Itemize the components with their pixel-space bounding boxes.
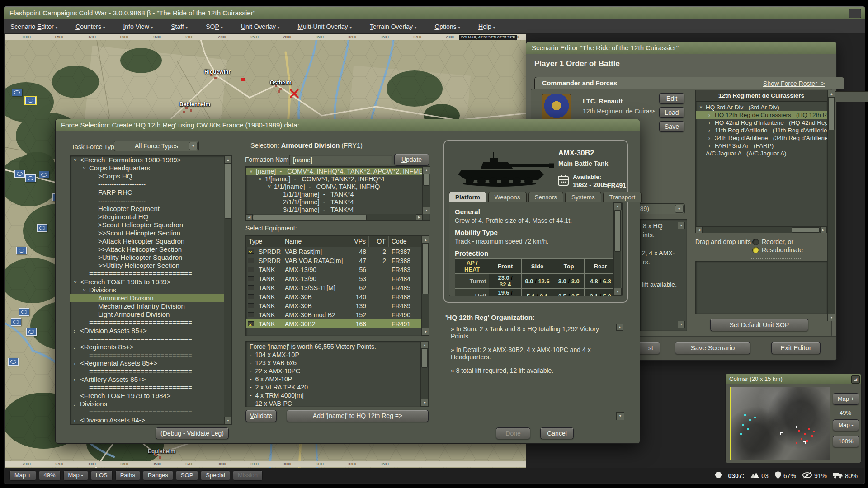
unit-counter[interactable] xyxy=(26,328,37,336)
menu-multi-unit-overlay[interactable]: Multi-Unit Overlay ▾ xyxy=(297,23,352,30)
equipment-row[interactable]: TANKAMX-30B139FR489 xyxy=(246,301,429,310)
equipment-checkbox[interactable] xyxy=(248,249,254,254)
formation-structure-tree[interactable]: ˅[name] - COMV*4, INFHQ*4, TANK*2, APCW*… xyxy=(245,166,430,221)
debug-validate-button[interactable]: (Debug - Validate Leg) xyxy=(156,427,229,439)
unit-counter[interactable] xyxy=(14,170,25,178)
tree-row[interactable]: ========================== xyxy=(70,351,231,359)
equipment-checkbox[interactable] xyxy=(248,258,254,263)
status-button-map-[interactable]: Map + xyxy=(9,470,36,481)
tab-weapons[interactable]: Weapons xyxy=(488,192,527,202)
tree-row[interactable]: --------------------- xyxy=(70,197,231,205)
oob-vscrollbar[interactable]: ▲ ▼ xyxy=(827,90,835,321)
force-tree-hscrollbar[interactable]: ◀ ▶ xyxy=(696,226,827,233)
tree-row[interactable]: >Corps HQ xyxy=(70,172,231,180)
equipment-checkbox[interactable] xyxy=(248,276,254,281)
equipment-table[interactable]: TypeNameVPsOTCodeSPRDRVAB Rasit[m]482FR3… xyxy=(245,235,429,336)
load-commander-button[interactable]: Load xyxy=(659,107,684,118)
expander-closed-icon[interactable]: › xyxy=(708,135,715,142)
equipment-row[interactable]: TANKAMX-13/9053FR484 xyxy=(246,274,429,283)
expander-closed-icon[interactable]: › xyxy=(74,327,80,335)
expander-open-icon[interactable]: ˅ xyxy=(699,104,706,111)
unit-drop-area[interactable] xyxy=(695,261,827,314)
equipment-row[interactable]: SPRDRVAB VOA RATAC[m]472FR388 xyxy=(246,256,429,265)
tree-row[interactable]: ========================== xyxy=(70,384,231,392)
status-button-los[interactable]: LOS xyxy=(91,470,113,481)
status-button-paths[interactable]: Paths xyxy=(115,470,140,481)
tree-row[interactable]: ˅Divisions xyxy=(70,286,231,294)
tree-row[interactable]: Light Armoured Division xyxy=(70,310,231,319)
tree-row[interactable]: A/C Jaguar A (A/C Jaguar A) xyxy=(696,150,827,157)
resubordinate-radio-label[interactable]: Resubordinate xyxy=(762,246,803,253)
equipment-row[interactable]: TANKAMX-30B2166FR491 xyxy=(246,319,429,328)
tree-row[interactable]: Armoured Division xyxy=(70,294,231,302)
tree-row[interactable]: ˅Corps Headquarters xyxy=(70,164,231,172)
tree-row[interactable]: ›<Regiments 85+> xyxy=(70,343,231,351)
tab-sensors[interactable]: Sensors xyxy=(528,192,564,202)
unit-counter[interactable] xyxy=(8,358,19,366)
org-scroll-up-icon[interactable]: ▲ xyxy=(616,324,623,331)
status-button-special[interactable]: Special xyxy=(201,470,230,481)
chevron-down-icon[interactable]: ▼ xyxy=(675,205,684,213)
tree-row[interactable]: ˅[name] - COMV*4, INFHQ*4, TANK*2, APCW*… xyxy=(246,168,430,175)
status-button-ranges[interactable]: Ranges xyxy=(143,470,173,481)
save-commander-button[interactable]: Save xyxy=(659,121,684,132)
minimap-image[interactable] xyxy=(730,387,830,460)
force-tree[interactable]: 12th Regiment de Cuirassiers ˅HQ 3rd Ar … xyxy=(695,90,827,233)
resubordinate-radio[interactable] xyxy=(752,247,759,253)
equipment-checkbox[interactable] xyxy=(248,321,254,326)
expander-closed-icon[interactable]: › xyxy=(708,142,715,150)
unit-counter[interactable] xyxy=(39,171,49,178)
equipment-scrollbar[interactable]: ▲▼ xyxy=(421,236,429,336)
unit-counter[interactable] xyxy=(25,97,36,104)
equipment-row[interactable]: TANKAMX-13/SS-11[M]62FR485 xyxy=(246,283,429,292)
tree-row[interactable]: FARP RHC xyxy=(70,188,231,197)
tab-platform[interactable]: Platform xyxy=(449,192,486,202)
update-button[interactable]: Update xyxy=(394,154,429,166)
task-force-type-select[interactable]: All Force Types ▼ xyxy=(114,141,199,151)
org-scroll-down-icon[interactable]: ▼ xyxy=(616,412,624,420)
save-scenario-button[interactable]: Save Scenario xyxy=(675,342,750,354)
tree-row[interactable]: <French TO&E 1979 to 1984> xyxy=(70,392,231,400)
equipment-row[interactable]: TANKAMX-30B mod B2152FR490 xyxy=(246,310,429,319)
column-header[interactable]: OT xyxy=(369,236,389,247)
tree-row[interactable]: ›FARP 3rd Ar (FARP) xyxy=(696,142,827,150)
equipment-row[interactable]: SPRDRVAB Rasit[m]482FR387 xyxy=(246,247,429,256)
menu-scenario-editor[interactable]: Scenario Editor ▾ xyxy=(10,23,57,30)
expander-closed-icon[interactable]: › xyxy=(708,127,715,134)
status-button-49-[interactable]: 49% xyxy=(39,470,61,481)
equipment-row[interactable]: TANKAMX-13/9056FR483 xyxy=(246,265,429,274)
show-force-roster-link[interactable]: Show Force Roster -> xyxy=(763,80,825,87)
tree-row[interactable]: ========================== xyxy=(70,319,231,327)
formation-tree-vscrollbar[interactable]: ▲ ▼ xyxy=(422,167,430,214)
menu-help[interactable]: Help ▾ xyxy=(478,23,495,30)
tree-row[interactable]: >>Scout Helicopter Section xyxy=(70,229,231,237)
tree-row[interactable]: >Attack Helicopter Squadron xyxy=(70,237,231,245)
tree-row[interactable]: ›<Regimental Assets 85+> xyxy=(70,359,231,367)
formation-tree-hscrollbar[interactable]: ◀ ▶ xyxy=(246,214,423,220)
formation-catalog-tree[interactable]: ˅<French Formations 1980-1989>˅Corps Hea… xyxy=(70,155,232,425)
equipment-checkbox[interactable] xyxy=(248,267,254,272)
tree-row[interactable]: ˅<French Formations 1980-1989> xyxy=(70,156,231,164)
equipment-checkbox[interactable] xyxy=(248,312,254,317)
column-header[interactable]: VPs xyxy=(345,236,369,247)
reorder-radio-label[interactable]: Reorder, or xyxy=(762,238,793,245)
tree-row[interactable]: ›HQ 42nd Reg d'Infanterie (HQ 42nd Reg d… xyxy=(696,119,827,127)
expander-open-icon[interactable]: ˅ xyxy=(250,168,256,175)
tab-systems[interactable]: Systems xyxy=(565,192,601,202)
tree-row[interactable]: ========================== xyxy=(70,270,231,278)
tree-row[interactable]: ˅1/1/[name] - COMV, TANK, INFHQ xyxy=(246,183,430,191)
menu-info-view[interactable]: Info View ▾ xyxy=(123,23,153,30)
tree-row[interactable]: ˅HQ 3rd Ar Div (3rd Ar Div) xyxy=(696,103,827,111)
equipment-checkbox[interactable] xyxy=(248,285,254,290)
status-button-map-[interactable]: Map - xyxy=(63,470,88,481)
tree-row[interactable]: >Regimental HQ xyxy=(70,213,231,221)
edit-commander-button[interactable]: Edit xyxy=(659,93,684,104)
minimap-capture-icon[interactable]: ◪ xyxy=(851,375,860,384)
unit-counter[interactable] xyxy=(37,224,47,232)
tree-row[interactable]: --------------------- xyxy=(70,180,231,188)
menu-staff[interactable]: Staff ▾ xyxy=(171,23,188,30)
catalog-tree-scrollbar[interactable]: ▲ ▼ xyxy=(224,156,231,424)
minimap-zoom-100-button[interactable]: 100% xyxy=(833,436,859,447)
tree-row[interactable]: ˅1/[name] - COMV*4, TANK*2, INFHQ*4 xyxy=(246,175,430,183)
tree-row[interactable]: ========================== xyxy=(70,335,231,343)
